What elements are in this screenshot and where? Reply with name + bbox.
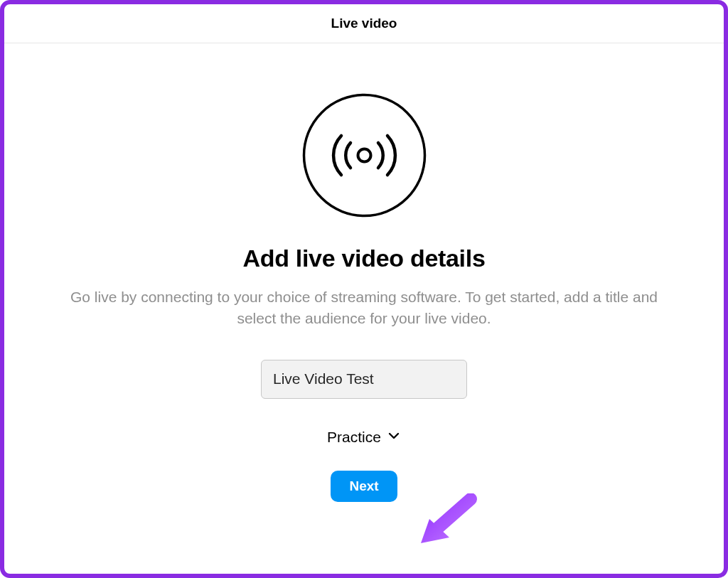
header-title: Live video xyxy=(331,16,397,31)
svg-point-1 xyxy=(358,149,370,162)
annotation-arrow-icon xyxy=(415,493,483,553)
live-title-input[interactable] xyxy=(261,360,467,399)
chevron-down-icon xyxy=(387,429,401,446)
audience-selector[interactable]: Practice xyxy=(327,429,401,446)
live-broadcast-icon xyxy=(302,93,427,218)
app-frame: Live video Add live video details Go liv… xyxy=(0,0,728,578)
page-description: Go live by connecting to your choice of … xyxy=(69,287,659,330)
page-heading: Add live video details xyxy=(242,245,485,272)
header: Live video xyxy=(4,4,724,43)
next-button[interactable]: Next xyxy=(331,471,397,502)
svg-point-0 xyxy=(304,95,424,216)
audience-selected-label: Practice xyxy=(327,429,381,446)
main-content: Add live video details Go live by connec… xyxy=(4,43,724,502)
